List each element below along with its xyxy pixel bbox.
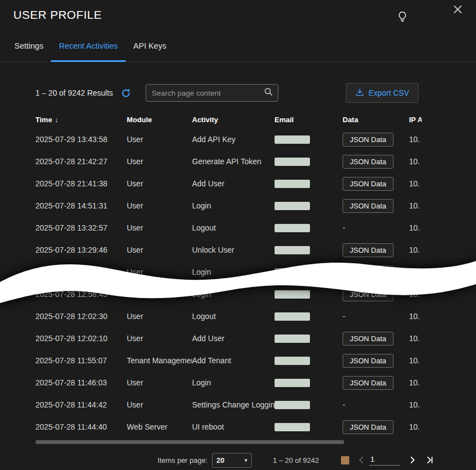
cell-module: User xyxy=(127,246,192,254)
cell-email xyxy=(275,201,343,211)
redacted-email-block xyxy=(275,401,310,409)
json-data-button[interactable]: JSON Data xyxy=(343,265,394,279)
redacted-email-block xyxy=(275,158,310,166)
cell-time: 2025-07-28 21:42:27 xyxy=(35,157,127,166)
previous-page-button[interactable] xyxy=(357,456,366,464)
cell-module: User xyxy=(127,312,192,321)
cell-time: 2025-07-28 14:51:31 xyxy=(35,201,127,210)
search-icon[interactable] xyxy=(263,87,273,99)
cell-time: 2025-07-28 13:13:18 xyxy=(35,268,127,276)
json-data-button[interactable]: JSON Data xyxy=(343,133,394,147)
cell-module: User xyxy=(127,268,192,276)
cell-module: User xyxy=(127,157,192,166)
cell-data: JSON Data xyxy=(343,243,409,257)
table-row: 2025-07-28 13:29:46 User Unlock User JSO… xyxy=(35,239,422,261)
table-row: 2025-07-29 13:43:58 User Add API Key JSO… xyxy=(35,128,422,150)
table-row: 2025-07-28 21:42:27 User Generate API To… xyxy=(35,150,422,173)
tab-recent-activities[interactable]: Recent Activities xyxy=(51,30,125,61)
json-data-button[interactable]: JSON Data xyxy=(343,420,394,434)
json-data-button[interactable]: JSON Data xyxy=(343,177,394,191)
tab-api-keys[interactable]: API Keys xyxy=(126,30,174,61)
json-data-button[interactable]: JSON Data xyxy=(343,354,394,368)
cell-ip: 10. xyxy=(409,400,422,409)
cell-data: JSON Data xyxy=(343,133,409,147)
cell-time: 2025-07-28 11:55:07 xyxy=(35,356,127,365)
json-data-button[interactable]: JSON Data xyxy=(343,376,394,390)
last-page-button[interactable] xyxy=(425,456,434,464)
cell-ip: 10. xyxy=(409,290,422,299)
refresh-icon[interactable] xyxy=(121,88,131,98)
cell-data: JSON Data xyxy=(343,177,409,191)
cell-module: User xyxy=(127,201,192,210)
column-header-email[interactable]: Email xyxy=(275,116,343,124)
table-row: 2025-07-28 11:44:40 Web Server UI reboot… xyxy=(35,416,422,438)
cell-module: User xyxy=(127,400,192,409)
cell-ip: 10. xyxy=(409,135,422,144)
table-row: 2025-07-28 12:58:45 User Login JSON Data… xyxy=(35,283,422,305)
page-title: USER PROFILE xyxy=(13,8,102,22)
lightbulb-icon[interactable] xyxy=(396,10,408,23)
user-profile-modal: USER PROFILE Settings Recent Activities … xyxy=(0,0,476,470)
table-row: 2025-07-28 11:44:42 User Settings Change… xyxy=(35,394,422,416)
next-page-button[interactable] xyxy=(408,456,417,464)
cell-email xyxy=(275,179,343,189)
cell-data: JSON Data xyxy=(343,199,409,213)
column-header-data[interactable]: Data xyxy=(343,116,409,124)
table-row: 2025-07-28 12:02:10 User Add User JSON D… xyxy=(35,327,422,349)
json-data-button[interactable]: JSON Data xyxy=(343,199,394,213)
cell-ip: 10. xyxy=(409,157,422,166)
cell-time: 2025-07-28 13:32:57 xyxy=(35,223,127,232)
json-data-button[interactable]: JSON Data xyxy=(343,243,394,257)
cell-ip: 10. xyxy=(409,378,422,387)
cell-email xyxy=(275,223,343,233)
tab-settings[interactable]: Settings xyxy=(7,30,51,61)
items-per-page-label: Items per page: xyxy=(158,456,208,464)
cell-module: User xyxy=(127,378,192,387)
page-indicator-swatch xyxy=(341,456,349,464)
cell-time: 2025-07-28 11:44:42 xyxy=(35,400,127,409)
cell-data: JSON Data xyxy=(343,420,409,434)
cell-email xyxy=(275,334,343,343)
json-data-button[interactable]: JSON Data xyxy=(343,155,394,169)
search-input[interactable] xyxy=(151,88,263,98)
page-number-input[interactable] xyxy=(369,455,400,466)
cell-activity: Add Tenant xyxy=(192,356,275,365)
close-icon[interactable] xyxy=(453,4,463,17)
cell-data: JSON Data xyxy=(343,265,409,279)
redacted-email-block xyxy=(275,423,310,431)
column-header-activity[interactable]: Activity xyxy=(192,116,275,124)
column-header-ip[interactable]: IP Address xyxy=(409,116,422,124)
cell-data: JSON Data xyxy=(343,376,409,390)
table-row: 2025-07-28 12:02:30 User Logout - 10. xyxy=(35,305,422,327)
cell-email xyxy=(275,268,343,277)
cell-module: User xyxy=(127,334,192,343)
horizontal-scrollbar-thumb[interactable] xyxy=(35,440,344,444)
modal-header: USER PROFILE xyxy=(0,0,476,30)
cell-ip: 10. xyxy=(409,356,422,365)
table-toolbar: 1 – 20 of 9242 Results xyxy=(0,83,476,103)
table-row: 2025-07-28 14:51:31 User Login JSON Data… xyxy=(35,195,422,217)
table-body: 2025-07-29 13:43:58 User Add API Key JSO… xyxy=(35,128,422,438)
cell-activity: Unlock User xyxy=(192,246,275,254)
table-row: 2025-07-28 13:32:57 User Logout - 10. xyxy=(35,217,422,239)
activities-table: Time↓ Module Activity Email Data IP Addr… xyxy=(35,111,422,438)
export-csv-button[interactable]: Export CSV xyxy=(346,83,418,103)
table-row: 2025-07-28 11:46:03 User Login JSON Data… xyxy=(35,372,422,394)
cell-ip: 10. xyxy=(409,201,422,210)
cell-data: - xyxy=(343,223,409,232)
cell-ip: 10. xyxy=(409,312,422,321)
items-per-page-select[interactable]: 20 ▾ xyxy=(212,453,252,468)
cell-email xyxy=(275,400,343,410)
column-header-module[interactable]: Module xyxy=(127,116,192,124)
json-data-button[interactable]: JSON Data xyxy=(343,332,394,346)
redacted-email-block xyxy=(275,290,310,299)
cell-module: Tenant Management xyxy=(127,356,192,365)
cell-email xyxy=(275,422,343,432)
cell-email xyxy=(275,312,343,321)
cell-data: JSON Data xyxy=(343,354,409,368)
column-header-time[interactable]: Time↓ xyxy=(35,116,127,124)
cell-activity: Login xyxy=(192,201,275,210)
json-data-button[interactable]: JSON Data xyxy=(343,288,394,301)
cell-activity: Generate API Token xyxy=(192,157,275,166)
tab-bar: Settings Recent Activities API Keys xyxy=(0,30,476,62)
